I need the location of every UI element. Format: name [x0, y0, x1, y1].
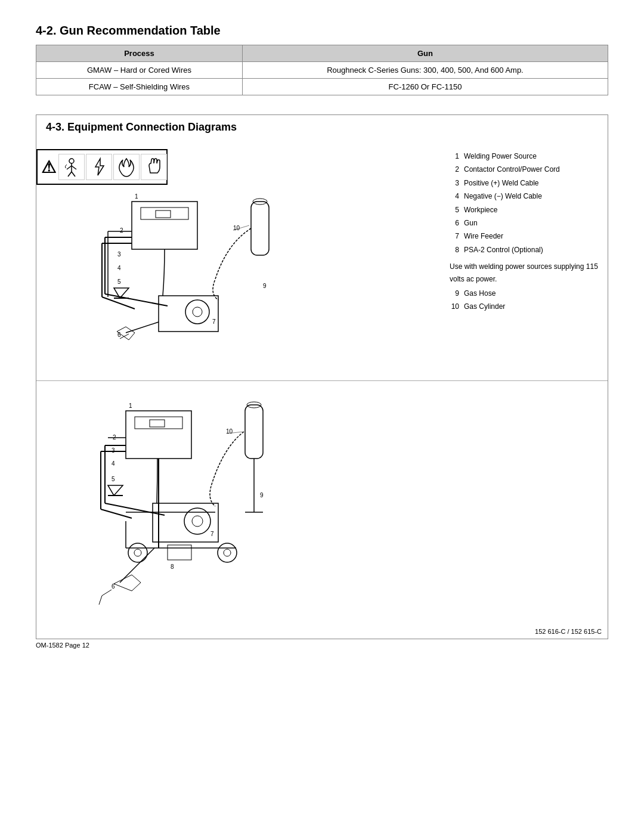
legend-label-2: Contactor Control/Power Cord — [464, 163, 560, 175]
safety-icon-person — [58, 154, 85, 180]
table-row: GMAW – Hard or Cored Wires Roughneck C-S… — [36, 62, 608, 79]
svg-text:8: 8 — [171, 563, 174, 570]
legend-num-7: 7 — [450, 230, 459, 242]
svg-point-25 — [185, 300, 209, 324]
svg-line-3 — [72, 166, 76, 169]
svg-line-2 — [67, 166, 72, 169]
section-4-3: 4-3. Equipment Connection Diagrams ⚠ — [36, 114, 608, 639]
legend-label-9: Gas Hose — [464, 287, 496, 299]
diagram-legend-top: 1 Welding Power Source 2 Contactor Contr… — [450, 149, 602, 374]
doc-number-area: 152 616-C / 152 615-C — [36, 625, 608, 639]
legend-label-4: Negative (−) Weld Cable — [464, 190, 542, 202]
doc-number: 152 616-C / 152 615-C — [535, 628, 602, 635]
diagram-left-top: ⚠ — [36, 149, 444, 374]
legend-num-6: 6 — [450, 217, 459, 229]
legend-num-8: 8 — [450, 244, 459, 256]
safety-icons — [58, 154, 167, 180]
table-row: FCAW – Self-Shielding Wires FC-1260 Or F… — [36, 79, 608, 95]
legend-item-2: 2 Contactor Control/Power Cord — [450, 163, 602, 175]
legend-item-7: 7 Wire Feeder — [450, 230, 602, 242]
warning-icon: ⚠ — [41, 157, 56, 177]
safety-icon-glove — [141, 154, 167, 180]
svg-point-63 — [192, 516, 203, 527]
diagram-svg-top: 1 2 3 4 5 — [48, 190, 311, 374]
svg-text:5: 5 — [117, 278, 121, 285]
legend-label-3: Positive (+) Weld Cable — [464, 177, 539, 189]
svg-rect-36 — [126, 411, 191, 459]
legend-item-8: 8 PSA-2 Control (Optional) — [450, 244, 602, 256]
warning-box: ⚠ — [36, 149, 168, 185]
legend-item-6: 6 Gun — [450, 217, 602, 229]
svg-text:7: 7 — [210, 531, 214, 537]
svg-text:9: 9 — [263, 283, 267, 289]
legend-item-4: 4 Negative (−) Weld Cable — [450, 190, 602, 202]
legend-label-7: Wire Feeder — [464, 230, 503, 242]
legend-item-10: 10 Gas Cylinder — [450, 301, 602, 312]
legend-num-3: 3 — [450, 177, 459, 189]
legend-num-5: 5 — [450, 204, 459, 216]
legend-label-8: PSA-2 Control (Optional) — [464, 244, 543, 256]
diagram-left-bottom: 1 2 3 4 — [36, 387, 444, 620]
bottom-diagram-block: 1 2 3 4 — [36, 381, 608, 625]
svg-line-68 — [120, 548, 154, 583]
svg-text:5: 5 — [112, 476, 115, 482]
svg-rect-39 — [150, 420, 165, 427]
svg-line-29 — [126, 322, 159, 333]
legend-num-1: 1 — [450, 150, 459, 162]
svg-text:4: 4 — [117, 265, 121, 271]
svg-text:10: 10 — [233, 225, 240, 231]
legend-item-5: 5 Workpiece — [450, 204, 602, 216]
process-cell-2: FCAW – Self-Shielding Wires — [36, 79, 243, 95]
note-text: Use with welding power sources supplying… — [450, 261, 602, 285]
legend-num-10: 10 — [450, 301, 459, 312]
legend-item-3: 3 Positive (+) Weld Cable — [450, 177, 602, 189]
legend-item-1: 1 Welding Power Source — [450, 150, 602, 162]
legend-label-5: Workpiece — [464, 204, 497, 216]
legend-label-1: Welding Power Source — [464, 150, 537, 162]
svg-rect-31 — [251, 202, 269, 255]
svg-text:1: 1 — [135, 193, 138, 200]
section-4-2: 4-2. Gun Recommendation Table Process Gu… — [36, 24, 608, 95]
col-gun: Gun — [242, 45, 608, 62]
svg-rect-65 — [168, 545, 191, 560]
legend-item-9: 9 Gas Hose — [450, 287, 602, 299]
svg-point-45 — [218, 543, 237, 562]
legend-num-2: 2 — [450, 163, 459, 175]
svg-text:7: 7 — [212, 318, 216, 325]
svg-line-4 — [68, 172, 72, 176]
svg-rect-6 — [132, 202, 197, 249]
svg-rect-69 — [245, 405, 263, 459]
svg-rect-61 — [153, 503, 218, 542]
top-diagram-block: ⚠ — [36, 143, 608, 381]
svg-text:9: 9 — [260, 492, 264, 498]
diagram-svg-bottom: 1 2 3 4 — [48, 393, 323, 620]
svg-text:3: 3 — [112, 447, 115, 454]
safety-icon-fire — [113, 154, 140, 180]
legend-num-9: 9 — [450, 287, 459, 299]
gun-cell-1: Roughneck C-Series Guns: 300, 400, 500, … — [242, 62, 608, 79]
page-footer: OM-1582 Page 12 — [36, 639, 608, 649]
svg-text:1: 1 — [129, 402, 132, 409]
gun-cell-2: FC-1260 Or FC-1150 — [242, 79, 608, 95]
col-process: Process — [36, 45, 243, 62]
gun-table: Process Gun GMAW – Hard or Cored Wires R… — [36, 45, 608, 95]
svg-text:4: 4 — [112, 460, 115, 467]
svg-point-26 — [193, 307, 202, 317]
svg-marker-59 — [108, 485, 123, 496]
svg-rect-9 — [156, 210, 171, 218]
legend-num-4: 4 — [450, 190, 459, 202]
process-cell-1: GMAW – Hard or Cored Wires — [36, 62, 243, 79]
svg-text:3: 3 — [117, 251, 121, 258]
legend-label-10: Gas Cylinder — [464, 301, 505, 312]
svg-text:2: 2 — [120, 227, 123, 234]
page-label: OM-1582 Page 12 — [36, 642, 89, 649]
svg-point-43 — [128, 543, 147, 562]
section-42-title: 4-2. Gun Recommendation Table — [36, 24, 608, 38]
svg-point-46 — [224, 549, 231, 556]
svg-point-44 — [134, 549, 141, 556]
legend-label-6: Gun — [464, 217, 478, 229]
svg-line-5 — [72, 172, 75, 176]
safety-icon-electric — [86, 154, 112, 180]
diagram-legend-bottom — [450, 387, 602, 620]
section-43-title: 4-3. Equipment Connection Diagrams — [36, 115, 608, 136]
